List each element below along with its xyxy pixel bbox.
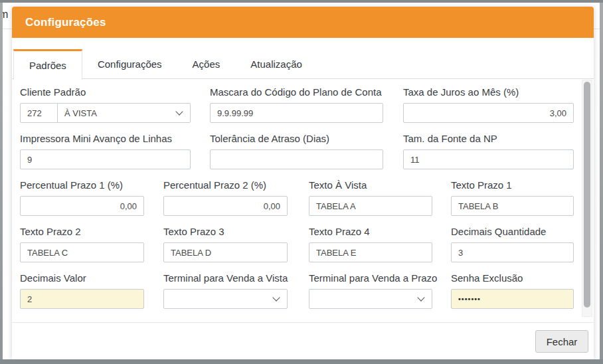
texto-prazo2-label: Texto Prazo 2 <box>20 226 144 237</box>
perc-prazo2-input[interactable] <box>163 196 288 216</box>
tab-acoes[interactable]: Ações <box>177 49 236 78</box>
texto-prazo3-input[interactable] <box>163 242 288 262</box>
field-decimais-valor: Decimais Valor <box>20 272 144 309</box>
chevron-down-icon <box>417 294 424 301</box>
texto-vista-label: Texto À Vista <box>309 179 432 191</box>
cliente-padrao-code-input[interactable] <box>20 103 58 123</box>
tolerancia-label: Tolerância de Atraso (Dias) <box>210 133 383 144</box>
field-mascara: Mascara do Código do Plano de Conta <box>210 86 383 123</box>
field-impressora: Impressora Mini Avanço de Linhas <box>20 133 191 169</box>
background-page: m Configurações Padrões Configurações Aç… <box>3 3 600 359</box>
field-senha-exclusao: Senha Exclusão <box>451 272 574 309</box>
cliente-padrao-selected-value: À VISTA <box>64 108 97 118</box>
tab-atualizacao[interactable]: Atualização <box>235 49 317 78</box>
scrollbar-thumb[interactable] <box>584 82 590 308</box>
texto-vista-input[interactable] <box>309 196 432 216</box>
field-perc-prazo1: Percentual Prazo 1 (%) <box>20 179 144 216</box>
cliente-padrao-select[interactable]: À VISTA <box>57 103 191 123</box>
decimais-qtd-input[interactable] <box>451 242 574 262</box>
decimais-valor-input[interactable] <box>20 289 144 309</box>
terminal-prazo-label: Terminal para Venda a Prazo <box>309 272 432 284</box>
field-texto-prazo2: Texto Prazo 2 <box>20 226 144 262</box>
tab-padroes[interactable]: Padrões <box>13 49 82 80</box>
terminal-vista-select[interactable] <box>163 289 288 309</box>
perc-prazo2-label: Percentual Prazo 2 (%) <box>163 179 288 191</box>
fonte-np-label: Tam. da Fonte da NP <box>403 133 574 144</box>
texto-prazo4-label: Texto Prazo 4 <box>309 226 432 237</box>
field-decimais-qtd: Decimais Quantidade <box>451 226 574 262</box>
taxa-juros-label: Taxa de Juros ao Mês (%) <box>403 86 574 98</box>
modal-title: Configurações <box>25 16 106 29</box>
field-perc-prazo2: Percentual Prazo 2 (%) <box>163 179 288 216</box>
tab-content: Cliente Padrão À VISTA Mascara do Código… <box>12 80 594 322</box>
terminal-prazo-select[interactable] <box>309 289 432 309</box>
field-tolerancia: Tolerância de Atraso (Dias) <box>210 133 383 169</box>
perc-prazo1-label: Percentual Prazo 1 (%) <box>20 179 144 191</box>
mascara-input[interactable] <box>210 103 383 123</box>
modal-footer: Fechar <box>12 322 594 359</box>
tab-configuracoes[interactable]: Configurações <box>82 49 177 78</box>
texto-prazo2-input[interactable] <box>20 242 144 262</box>
senha-exclusao-label: Senha Exclusão <box>451 272 574 284</box>
perc-prazo1-input[interactable] <box>20 196 144 216</box>
configuracoes-modal: Configurações Padrões Configurações Açõe… <box>12 7 594 359</box>
field-terminal-vista: Terminal para Venda a Vista <box>163 272 288 309</box>
texto-prazo1-label: Texto Prazo 1 <box>451 179 574 191</box>
impressora-input[interactable] <box>20 149 191 169</box>
impressora-label: Impressora Mini Avanço de Linhas <box>20 133 191 144</box>
field-fonte-np: Tam. da Fonte da NP <box>403 133 574 169</box>
terminal-vista-label: Terminal para Venda a Vista <box>163 272 288 284</box>
field-terminal-prazo: Terminal para Venda a Prazo <box>309 272 432 309</box>
fechar-button[interactable]: Fechar <box>535 330 588 353</box>
field-texto-prazo1: Texto Prazo 1 <box>451 179 574 216</box>
texto-prazo3-label: Texto Prazo 3 <box>163 226 288 237</box>
chevron-down-icon <box>175 108 183 115</box>
modal-header: Configurações <box>12 7 594 38</box>
decimais-qtd-label: Decimais Quantidade <box>451 226 574 237</box>
mascara-label: Mascara do Código do Plano de Conta <box>210 86 383 98</box>
field-cliente-padrao: Cliente Padrão À VISTA <box>20 86 191 123</box>
texto-prazo1-input[interactable] <box>451 196 574 216</box>
cliente-padrao-label: Cliente Padrão <box>20 86 191 98</box>
window-border-bottom <box>0 359 603 364</box>
field-taxa-juros: Taxa de Juros ao Mês (%) <box>403 86 574 123</box>
texto-prazo4-input[interactable] <box>309 242 432 262</box>
field-texto-vista: Texto À Vista <box>309 179 432 216</box>
chevron-down-icon <box>272 294 280 301</box>
field-texto-prazo3: Texto Prazo 3 <box>163 226 288 262</box>
field-texto-prazo4: Texto Prazo 4 <box>309 226 432 262</box>
senha-exclusao-input[interactable] <box>451 289 574 309</box>
screenshot-frame: m Configurações Padrões Configurações Aç… <box>0 0 603 364</box>
decimais-valor-label: Decimais Valor <box>20 272 144 284</box>
taxa-juros-input[interactable] <box>403 103 574 123</box>
tolerancia-input[interactable] <box>210 149 383 169</box>
scrollbar[interactable] <box>582 80 592 317</box>
fonte-np-input[interactable] <box>403 149 574 169</box>
tab-bar: Padrões Configurações Ações Atualização <box>12 49 594 79</box>
background-text-fragment: m <box>3 9 8 21</box>
